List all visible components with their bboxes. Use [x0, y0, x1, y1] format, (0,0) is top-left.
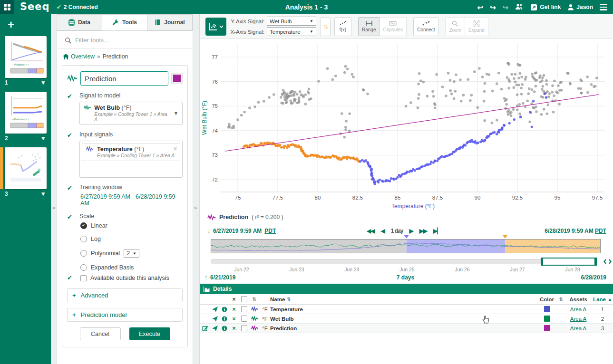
redo-all-button[interactable]: ↪: [503, 4, 509, 11]
users-icon[interactable]: [515, 3, 524, 11]
step-back-full-button[interactable]: ◀◀: [367, 228, 374, 234]
reset-range-icon[interactable]: [603, 258, 612, 267]
details-row-prediction[interactable]: ×°FPredictionArea A3: [200, 324, 613, 333]
swap-axes-button[interactable]: ↑↓: [320, 17, 331, 36]
timezone-link[interactable]: PDT: [264, 228, 276, 234]
x-axis-signal-select[interactable]: Temperature ▼: [267, 27, 316, 36]
send-icon[interactable]: [210, 307, 220, 312]
row-checkbox[interactable]: [239, 316, 249, 322]
color-cell[interactable]: [536, 306, 558, 312]
details-panel-header[interactable]: Details: [200, 284, 613, 294]
range-button[interactable]: Range: [358, 17, 379, 36]
details-row-wet-bulb[interactable]: ×°FWet BulbArea A2: [200, 314, 613, 324]
assets-column-header[interactable]: Assets: [564, 297, 592, 302]
tab-tools[interactable]: Tools: [102, 14, 147, 30]
row-checkbox[interactable]: [239, 325, 249, 331]
remove-all-icon[interactable]: ×: [232, 296, 236, 302]
color-cell[interactable]: [536, 316, 558, 322]
chart-type-button[interactable]: [205, 18, 226, 36]
timezone-link[interactable]: PDT: [595, 228, 606, 234]
prediction-legend[interactable]: Prediction ( r² = 0.200 ): [207, 214, 283, 220]
investigate-end[interactable]: 6/28/2019: [581, 274, 606, 281]
asset-link[interactable]: Area A: [564, 326, 592, 331]
scrollbar-selection-handle[interactable]: [541, 258, 597, 266]
scale-option-expanded-basis[interactable]: Expanded Basis: [80, 264, 183, 271]
tab-data[interactable]: Data: [57, 14, 102, 30]
fx-button[interactable]: f(x): [334, 17, 351, 36]
investigate-duration[interactable]: 7 days: [204, 274, 606, 281]
tool-name-input[interactable]: [80, 71, 168, 86]
radio-icon[interactable]: [80, 236, 87, 242]
sort-icon[interactable]: ⇅: [287, 297, 291, 302]
input-signals-list[interactable]: Temperature (°F) Example » Cooling Tower…: [79, 141, 183, 178]
step-to-end-button[interactable]: ▶▏: [433, 228, 441, 234]
collapse-left-icon[interactable]: «: [52, 204, 56, 211]
signal-name[interactable]: Temperature: [270, 307, 536, 312]
remove-signal-icon[interactable]: ×: [174, 145, 177, 152]
advanced-section-toggle[interactable]: + Advanced: [67, 288, 183, 302]
remove-icon[interactable]: ×: [229, 316, 239, 322]
radio-selected-icon[interactable]: [80, 222, 87, 229]
new-worksheet-button[interactable]: +: [5, 18, 17, 31]
worksheet-1-preview[interactable]: ~ Prediction ( r² ): [5, 36, 47, 78]
details-row-temperature[interactable]: ×°FTemperatureArea A1: [200, 305, 613, 314]
available-outside-row[interactable]: Available outside this analysis: [80, 275, 183, 281]
scale-option-polynomial[interactable]: Polynomial 2 ▼: [80, 249, 183, 258]
training-window-range[interactable]: 6/27/2019 9:59 AM - 6/28/2019 9:59 AM: [79, 193, 183, 207]
polynomial-degree-select[interactable]: 2 ▼: [124, 249, 139, 258]
send-icon[interactable]: [210, 326, 220, 331]
color-cell[interactable]: [536, 325, 558, 331]
lane-column-header[interactable]: Lane ▲: [592, 297, 613, 302]
connect-button[interactable]: Connect: [413, 17, 438, 36]
chevron-down-icon[interactable]: ▾: [41, 134, 45, 142]
send-icon[interactable]: [210, 316, 220, 322]
scrollbar-track[interactable]: [211, 259, 597, 264]
chevron-down-icon[interactable]: ▾: [41, 190, 45, 197]
prediction-model-section-toggle[interactable]: + Prediction model: [67, 308, 183, 322]
scale-option-linear[interactable]: Linear: [80, 222, 183, 229]
remove-icon[interactable]: ×: [229, 306, 239, 312]
sort-icon[interactable]: ⇅: [253, 297, 256, 302]
range-start[interactable]: ↓ 6/27/2019 9:59 AM PDT: [207, 228, 276, 234]
worksheet-3-preview[interactable]: [5, 147, 47, 189]
scatter-chart[interactable]: 7273747576777577.58082.58587.59092.59597…: [200, 39, 613, 211]
collapse-left-icon[interactable]: «: [194, 204, 197, 211]
chevron-down-icon[interactable]: ▾: [41, 79, 45, 86]
user-menu[interactable]: Jason: [567, 4, 593, 10]
step-forward-button[interactable]: ▶: [409, 228, 413, 234]
scale-option-log[interactable]: Log: [80, 236, 183, 242]
cancel-button[interactable]: Cancel: [80, 327, 121, 340]
filter-tools-search[interactable]: [58, 31, 192, 49]
connection-status[interactable]: ✔ 2 Connected: [57, 4, 98, 10]
signal-name[interactable]: Wet Bulb: [270, 316, 536, 322]
range-end[interactable]: 6/28/2019 9:59 AM PDT: [545, 228, 606, 234]
timeline-strip[interactable]: [211, 239, 601, 253]
undo-button[interactable]: ↩: [477, 4, 484, 11]
input-signal-item[interactable]: Temperature (°F) Example » Cooling Tower…: [82, 143, 180, 161]
color-column-header[interactable]: Color: [536, 297, 558, 302]
tab-journal[interactable]: Journal: [147, 14, 193, 30]
signal-to-model-select[interactable]: Wet Bulb (°F) Example » Cooling Tower 1 …: [79, 102, 183, 125]
step-forward-full-button[interactable]: ▶▶: [419, 228, 427, 234]
name-column-header[interactable]: Name ⇅: [270, 297, 536, 302]
panel-divider[interactable]: «: [193, 14, 200, 364]
rail-divider[interactable]: «: [51, 14, 57, 364]
hamburger-menu-button[interactable]: [600, 4, 607, 10]
asset-link[interactable]: Area A: [564, 316, 592, 322]
row-checkbox[interactable]: [239, 306, 249, 312]
asset-link[interactable]: Area A: [564, 307, 592, 312]
step-back-button[interactable]: ◀: [380, 228, 384, 234]
select-all-checkbox[interactable]: [241, 296, 247, 302]
get-link-button[interactable]: Get link: [530, 4, 561, 11]
worksheet-2-preview[interactable]: ~ Prediction ( r² ): [5, 92, 47, 134]
y-axis-signal-select[interactable]: Wet Bulb ▼: [267, 17, 316, 26]
app-grid-button[interactable]: [0, 0, 14, 14]
edit-button[interactable]: [200, 325, 210, 331]
info-icon[interactable]: [220, 326, 229, 331]
filter-tools-input[interactable]: [75, 37, 186, 44]
remove-icon[interactable]: ×: [229, 325, 239, 331]
execute-button[interactable]: Execute: [129, 327, 170, 340]
redo-button[interactable]: ↪: [490, 4, 496, 11]
color-picker-button[interactable]: [171, 73, 183, 84]
radio-icon[interactable]: [80, 250, 87, 257]
